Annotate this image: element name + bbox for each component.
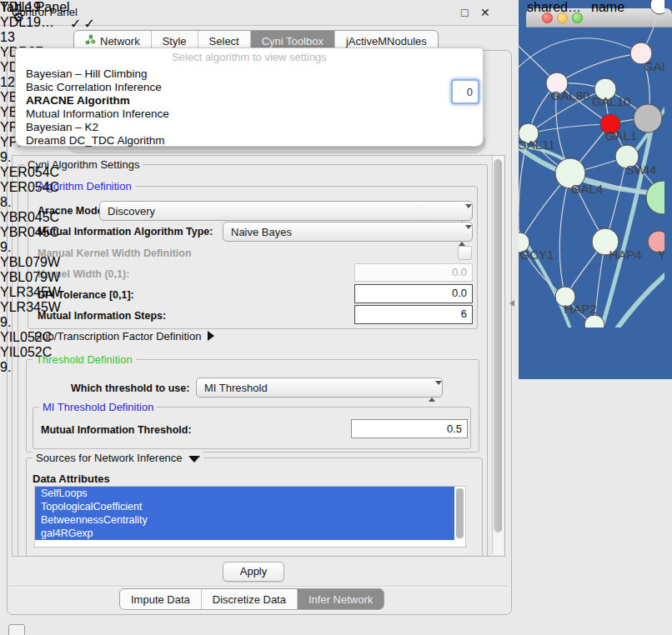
obscured-spinner-field[interactable]: 0 (451, 79, 479, 104)
stepper-arrows-icon (459, 226, 466, 245)
float-window-icon[interactable]: □ (461, 6, 468, 19)
network-node-label: HAP2 (564, 302, 596, 316)
table-row[interactable]: YBL079WYBL079W (0, 255, 63, 285)
table-cell: YBL079W (0, 270, 63, 285)
tab-label: Impute Data (131, 593, 190, 606)
table-cell: YIL052C (0, 345, 63, 360)
network-edge[interactable] (559, 173, 570, 297)
algorithm-dropdown-popup: Select algorithm to view settings Bayesi… (15, 48, 484, 147)
tab-discretize-data[interactable]: Discretize Data (201, 589, 297, 609)
table-cell: YLR345W (0, 285, 63, 300)
table-cell: YDL19… (0, 0, 63, 15)
network-node-label: HAP4 (609, 248, 641, 262)
table-row[interactable]: YBR045CYBR045C9. (0, 210, 63, 255)
which-threshold-value: MI Threshold (204, 382, 268, 394)
tab-label: jActiveMNodules (346, 35, 427, 48)
network-edge[interactable] (614, 265, 664, 328)
splitter-collapse-arrow[interactable] (509, 300, 514, 307)
stepper-arrows-icon (429, 382, 436, 401)
attribute-item-betweennesscentrality[interactable]: BetweennessCentrality (35, 513, 454, 527)
tab-label: Style (163, 35, 187, 48)
network-node[interactable] (584, 315, 604, 328)
algorithm-option-aracne-algorithm[interactable]: ARACNE Algorithm (16, 94, 483, 108)
network-node-label: Y (658, 248, 664, 262)
kernel-width-input[interactable]: 0.0 (354, 263, 473, 282)
table-row[interactable]: YIL052CYIL052C9. (0, 330, 63, 375)
network-node-label: GAL (644, 59, 664, 73)
mi-threshold-input[interactable]: 0.5 (351, 419, 468, 438)
tab-infer-network[interactable]: Infer Network (297, 589, 384, 609)
aracne-mode-select[interactable]: Discovery (99, 201, 473, 221)
mi-algorithm-type-label: Mutual Information Algorithm Type: (38, 226, 213, 238)
table-row[interactable]: YLR345WYLR345W9. (0, 285, 63, 330)
tab-label: Cyni Toolbox (262, 35, 323, 48)
table-cell: YER054C (0, 165, 63, 180)
network-icon (85, 34, 96, 48)
data-attributes-list[interactable]: SelfLoopsTopologicalCoefficientBetweenne… (34, 486, 466, 548)
list-scrollbar-thumb[interactable] (456, 488, 464, 538)
network-node-label: GAL11 (519, 138, 555, 152)
data-attributes-label: Data Attributes (33, 472, 110, 485)
table-cell: 8. (0, 195, 63, 210)
network-node-label: GAL1 (605, 128, 637, 142)
mi-algorithm-type-value: Naive Bayes (231, 226, 292, 238)
tab-label: Infer Network (308, 593, 373, 606)
column-header-name[interactable]: name (591, 0, 655, 15)
list-scrollbar[interactable] (456, 488, 464, 542)
network-view-window: GALGAL80GAL10GAL1GAL11SWI4GAL4GCY1HAP4YH… (519, 0, 672, 379)
which-threshold-select[interactable]: MI Threshold (196, 378, 443, 398)
tab-label: Select (209, 35, 239, 48)
network-node-label: GAL10 (592, 94, 631, 108)
divider (8, 586, 509, 587)
table-cell: 9. (0, 240, 63, 255)
attribute-item-gal4rgexp[interactable]: gal4RGexp (35, 527, 454, 540)
application-root: Control Panel □ ✕ NetworkStyleSelectCyni… (0, 0, 672, 635)
algorithm-option-mutual-information-inference[interactable]: Mutual Information Inference (16, 108, 483, 121)
table-cell: YBL079W (0, 255, 63, 270)
algorithm-option-bayesian-hill-climbing[interactable]: Bayesian – Hill Climbing (16, 68, 483, 81)
algorithm-option-bayesian-k2[interactable]: Bayesian – K2 (16, 121, 483, 134)
close-icon[interactable]: ✕ (480, 6, 490, 19)
mi-threshold-label: Mutual Information Threshold: (41, 424, 192, 436)
dpi-tolerance-input[interactable]: 0.0 (354, 284, 473, 303)
network-node-label: SWI4 (626, 162, 657, 177)
expand-right-icon (208, 331, 214, 341)
cyni-bottom-tabbar: Impute DataDiscretize DataInfer Network (119, 588, 384, 610)
which-threshold-label: Which threshold to use: (71, 382, 189, 394)
network-edge[interactable] (519, 38, 641, 73)
algorithm-option-dream8-dc-tdc-algorithm[interactable]: Dream8 DC_TDC Algorithm (16, 134, 483, 148)
tab-impute-data[interactable]: Impute Data (120, 589, 201, 609)
column-header-shared-name[interactable]: shared… (527, 0, 591, 15)
restore-panel-icon[interactable] (8, 624, 25, 635)
algorithm-option-basic-correlation-inference[interactable]: Basic Correlation Inference (16, 81, 483, 94)
table-row[interactable]: YER054CYER054C8. (0, 165, 63, 210)
table-cell: 9. (0, 360, 63, 375)
table-cell: YIL052C (0, 330, 63, 345)
apply-button[interactable]: Apply (223, 562, 284, 582)
mi-steps-input[interactable]: 6 (354, 305, 473, 324)
table-cell: YLR345W (0, 300, 63, 315)
mi-algorithm-type-select[interactable]: Naive Bayes (223, 222, 473, 242)
settings-scrollbar-thumb[interactable] (494, 159, 502, 532)
attribute-item-topologicalcoefficient[interactable]: TopologicalCoefficient (35, 500, 454, 513)
table-cell: 9. (0, 150, 63, 165)
attribute-item-selfloops[interactable]: SelfLoops (35, 487, 454, 500)
tab-label: Discretize Data (213, 593, 286, 606)
network-edge[interactable] (529, 124, 610, 133)
table-row[interactable]: YDL19…YDL19…13 (0, 0, 63, 45)
network-edge[interactable] (557, 53, 641, 83)
network-canvas[interactable]: GALGAL80GAL10GAL1GAL11SWI4GAL4GCY1HAP4YH… (519, 0, 664, 331)
network-node[interactable] (634, 104, 662, 132)
sources-legend: Sources for Network Inference (33, 452, 203, 464)
settings-scrollbar[interactable] (492, 156, 504, 554)
table-cell: YER054C (0, 180, 63, 195)
table-cell: 9. (0, 315, 63, 330)
table-cell: YDL19… (0, 15, 63, 30)
manual-kernel-width-checkbox[interactable] (458, 246, 472, 260)
network-node[interactable] (646, 181, 664, 214)
algorithm-dropdown-list: Bayesian – Hill ClimbingBasic Correlatio… (16, 68, 483, 148)
settings-scroll-viewport: Cyni Algorithm Settings Algorithm Defini… (12, 155, 505, 557)
collapse-down-icon (188, 456, 200, 462)
select-all-icon[interactable]: ✓✓ (70, 16, 95, 32)
network-node-label: GCY1 (520, 248, 554, 262)
